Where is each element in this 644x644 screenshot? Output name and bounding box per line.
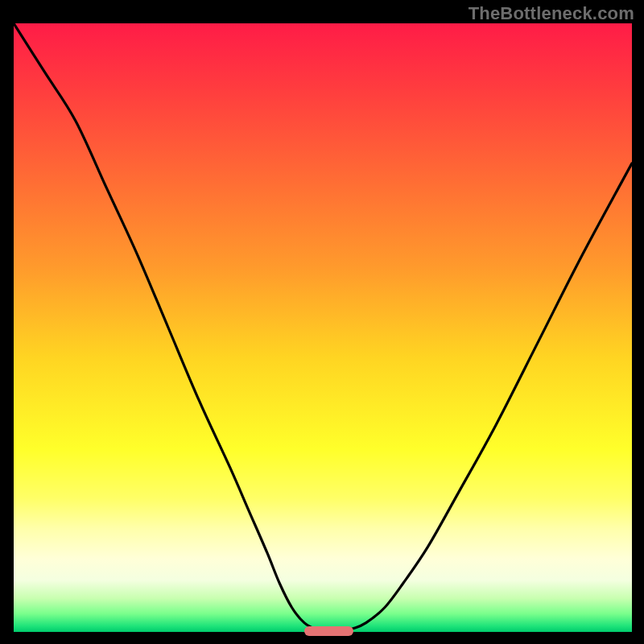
gradient-background <box>14 23 632 632</box>
plot-area <box>14 23 632 632</box>
watermark-text: TheBottleneck.com <box>469 3 634 24</box>
chart-frame: TheBottleneck.com <box>0 0 644 644</box>
optimal-range-marker <box>304 626 353 636</box>
plot-svg <box>14 23 632 632</box>
